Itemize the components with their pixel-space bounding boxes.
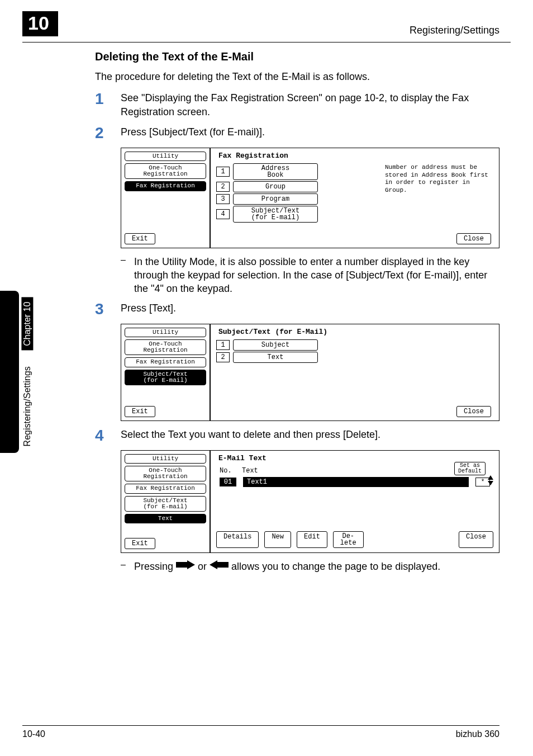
hint-text: Number or address must be stored in Addr…	[385, 164, 491, 195]
new-button[interactable]: New	[264, 531, 291, 548]
svg-marker-2	[210, 560, 217, 569]
note4-mid: or	[198, 561, 207, 572]
menu-program[interactable]: Program	[233, 193, 318, 205]
menu-text[interactable]: Text	[233, 352, 318, 363]
page-up-icon	[210, 560, 229, 574]
crumb-subject-text-3[interactable]: Subject/Text (for E-mail)	[125, 496, 206, 512]
crumb-onetouch-2[interactable]: One-Touch Registration	[125, 339, 206, 355]
menu-subject[interactable]: Subject	[233, 339, 318, 351]
panel-title-2: Subject/Text (for E-Mail)	[216, 328, 493, 336]
row-text[interactable]: Text1	[243, 477, 469, 487]
crumb-utility-2[interactable]: Utility	[125, 328, 206, 338]
intro-paragraph: The procedure for deleting the Text of t…	[95, 70, 499, 83]
step-number-2: 2	[95, 125, 121, 141]
menu-num-1: 1	[216, 167, 230, 177]
row-no[interactable]: 01	[220, 478, 236, 486]
menu-num-3: 3	[216, 194, 230, 204]
step-2-text: Press [Subject/Text (for E-mail)].	[121, 125, 265, 141]
panel-title: Fax Registration	[216, 152, 493, 160]
menu-group[interactable]: Group	[233, 181, 318, 192]
page-down-icon	[176, 560, 195, 574]
crumb-subject-text[interactable]: Subject/Text (for E-mail)	[125, 370, 206, 385]
svg-rect-0	[176, 562, 187, 568]
crumb-utility[interactable]: Utility	[125, 152, 206, 162]
close-button-2[interactable]: Close	[456, 406, 491, 417]
set-as-default-button[interactable]: Set as Default	[454, 462, 486, 475]
crumb-utility-3[interactable]: Utility	[125, 454, 206, 464]
screenshot-subject-text: Utility One-Touch Registration Fax Regis…	[121, 324, 499, 421]
crumb-onetouch[interactable]: One-Touch Registration	[125, 163, 206, 179]
menu-num-4: 4	[216, 209, 230, 219]
header-rule	[22, 42, 511, 42]
menu2-num-2: 2	[216, 352, 230, 362]
close-button[interactable]: Close	[456, 233, 491, 244]
note4-before: Pressing	[134, 561, 173, 572]
col-text: Text	[242, 467, 258, 475]
screenshot-fax-registration: Utility One-Touch Registration Fax Regis…	[121, 148, 499, 248]
edit-button[interactable]: Edit	[297, 531, 327, 548]
svg-marker-1	[187, 560, 195, 569]
note4-after: allows you to change the page to be disp…	[231, 561, 440, 572]
crumb-onetouch-3[interactable]: One-Touch Registration	[125, 466, 206, 481]
exit-button-3[interactable]: Exit	[125, 538, 155, 549]
bullet-dash: –	[121, 255, 134, 296]
exit-button-2[interactable]: Exit	[125, 406, 155, 417]
step-1-text: See "Displaying the Fax Registration Scr…	[121, 91, 499, 119]
section-title: Registering/Settings	[410, 25, 499, 36]
footer-product: bizhub 360	[456, 729, 499, 739]
scroll-down-icon[interactable]	[488, 481, 493, 485]
side-thumb-label: Registering/Settings Chapter 10	[21, 291, 34, 453]
page-title: Deleting the Text of the E-Mail	[95, 50, 499, 63]
step-4-text: Select the Text you want to delete and t…	[121, 428, 380, 443]
crumb-faxreg[interactable]: Fax Registration	[125, 181, 206, 191]
step-number-4: 4	[95, 428, 121, 443]
scroll-up-icon[interactable]	[488, 475, 493, 480]
step-number-1: 1	[95, 91, 121, 119]
footer-page: 10-40	[22, 729, 45, 739]
menu-subject-text[interactable]: Subject/Text (for E-mail)	[233, 206, 318, 223]
menu-address-book[interactable]: Address Book	[233, 163, 318, 180]
close-button-3[interactable]: Close	[459, 531, 493, 548]
chapter-number: 10	[22, 11, 58, 36]
side-chapter: Chapter 10	[21, 297, 33, 351]
side-section: Registering/Settings	[22, 366, 32, 446]
bullet-dash-2: –	[121, 560, 134, 574]
svg-rect-3	[217, 562, 229, 568]
screenshot-email-text: Utility One-Touch Registration Fax Regis…	[121, 450, 499, 553]
step-2-note: In the Utility Mode, it is also possible…	[134, 255, 499, 296]
delete-button[interactable]: De- lete	[333, 531, 364, 548]
menu-num-2: 2	[216, 182, 230, 192]
col-no: No.	[220, 467, 235, 475]
crumb-text[interactable]: Text	[125, 514, 206, 524]
exit-button[interactable]: Exit	[125, 233, 155, 244]
details-button[interactable]: Details	[216, 531, 259, 548]
panel-title-3: E-Mail Text	[216, 454, 493, 462]
scroll-indicator[interactable]	[488, 475, 493, 485]
step-number-3: 3	[95, 301, 121, 317]
step-3-text: Press [Text].	[121, 301, 176, 317]
crumb-faxreg-3[interactable]: Fax Registration	[125, 484, 206, 494]
menu2-num-1: 1	[216, 340, 230, 350]
side-thumb-tab	[0, 291, 19, 453]
crumb-faxreg-2[interactable]: Fax Registration	[125, 357, 206, 367]
